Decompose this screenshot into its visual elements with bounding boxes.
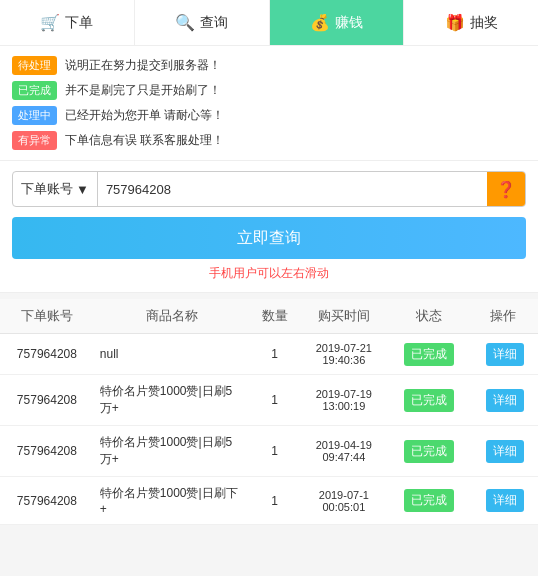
status-text: 说明正在努力提交到服务器！ xyxy=(65,57,221,74)
cell-time: 2019-07-1913:00:19 xyxy=(299,375,388,426)
cell-status: 已完成 xyxy=(388,334,469,375)
col-header: 购买时间 xyxy=(299,299,388,334)
query-button[interactable]: 立即查询 xyxy=(12,217,526,259)
tab-lottery[interactable]: 🎁抽奖 xyxy=(404,0,538,45)
lottery-icon: 🎁 xyxy=(445,13,465,32)
cell-action: 详细 xyxy=(469,375,538,426)
tab-order[interactable]: 🛒下单 xyxy=(0,0,135,45)
status-badge: 已完成 xyxy=(12,81,57,100)
tab-label-lottery: 抽奖 xyxy=(470,14,498,32)
cell-qty: 1 xyxy=(250,334,299,375)
tab-query[interactable]: 🔍查询 xyxy=(135,0,270,45)
col-header: 下单账号 xyxy=(0,299,94,334)
header-row: 下单账号商品名称数量购买时间状态操作 xyxy=(0,299,538,334)
question-icon: ❓ xyxy=(496,180,516,199)
cell-status: 已完成 xyxy=(388,426,469,477)
detail-button[interactable]: 详细 xyxy=(486,440,524,463)
cell-time: 2019-07-2119:40:36 xyxy=(299,334,388,375)
tab-label-earn: 赚钱 xyxy=(335,14,363,32)
status-badge: 有异常 xyxy=(12,131,57,150)
status-item: 处理中 已经开始为您开单 请耐心等！ xyxy=(12,106,526,125)
status-badge: 待处理 xyxy=(12,56,57,75)
col-header: 商品名称 xyxy=(94,299,250,334)
detail-button[interactable]: 详细 xyxy=(486,389,524,412)
status-done-button[interactable]: 已完成 xyxy=(404,489,454,512)
cell-product: 特价名片赞1000赞|日刷下+ xyxy=(94,477,250,525)
status-done-button[interactable]: 已完成 xyxy=(404,389,454,412)
cell-qty: 1 xyxy=(250,426,299,477)
col-header: 操作 xyxy=(469,299,538,334)
detail-button[interactable]: 详细 xyxy=(486,489,524,512)
cell-product: 特价名片赞1000赞|日刷5万+ xyxy=(94,375,250,426)
status-badge: 处理中 xyxy=(12,106,57,125)
table-row: 757964208 特价名片赞1000赞|日刷5万+ 1 2019-04-190… xyxy=(0,426,538,477)
top-nav: 🛒下单🔍查询💰赚钱🎁抽奖 xyxy=(0,0,538,46)
cell-status: 已完成 xyxy=(388,375,469,426)
col-header: 状态 xyxy=(388,299,469,334)
status-section: 待处理 说明正在努力提交到服务器！ 已完成 并不是刷完了只是开始刷了！ 处理中 … xyxy=(0,46,538,161)
status-done-button[interactable]: 已完成 xyxy=(404,343,454,366)
table-section: 下单账号商品名称数量购买时间状态操作 757964208 null 1 2019… xyxy=(0,299,538,525)
cell-status: 已完成 xyxy=(388,477,469,525)
status-text: 并不是刷完了只是开始刷了！ xyxy=(65,82,221,99)
tab-label-query: 查询 xyxy=(200,14,228,32)
cell-time: 2019-04-1909:47:44 xyxy=(299,426,388,477)
table-row: 757964208 特价名片赞1000赞|日刷下+ 1 2019-07-100:… xyxy=(0,477,538,525)
search-row: 下单账号 ▼ ❓ xyxy=(12,171,526,207)
search-help-button[interactable]: ❓ xyxy=(487,172,525,206)
cell-action: 详细 xyxy=(469,426,538,477)
status-done-button[interactable]: 已完成 xyxy=(404,440,454,463)
search-type-selector[interactable]: 下单账号 ▼ xyxy=(13,172,98,206)
status-text: 下单信息有误 联系客服处理！ xyxy=(65,132,224,149)
order-icon: 🛒 xyxy=(40,13,60,32)
cell-account: 757964208 xyxy=(0,477,94,525)
status-item: 有异常 下单信息有误 联系客服处理！ xyxy=(12,131,526,150)
table-header: 下单账号商品名称数量购买时间状态操作 xyxy=(0,299,538,334)
chevron-down-icon: ▼ xyxy=(76,182,89,197)
table-row: 757964208 特价名片赞1000赞|日刷5万+ 1 2019-07-191… xyxy=(0,375,538,426)
cell-account: 757964208 xyxy=(0,375,94,426)
cell-qty: 1 xyxy=(250,375,299,426)
search-type-label: 下单账号 xyxy=(21,180,73,198)
table-row: 757964208 null 1 2019-07-2119:40:36 已完成 … xyxy=(0,334,538,375)
cell-action: 详细 xyxy=(469,334,538,375)
status-item: 待处理 说明正在努力提交到服务器！ xyxy=(12,56,526,75)
status-text: 已经开始为您开单 请耐心等！ xyxy=(65,107,224,124)
query-icon: 🔍 xyxy=(175,13,195,32)
cell-time: 2019-07-100:05:01 xyxy=(299,477,388,525)
table-body: 757964208 null 1 2019-07-2119:40:36 已完成 … xyxy=(0,334,538,525)
detail-button[interactable]: 详细 xyxy=(486,343,524,366)
status-item: 已完成 并不是刷完了只是开始刷了！ xyxy=(12,81,526,100)
earn-icon: 💰 xyxy=(310,13,330,32)
col-header: 数量 xyxy=(250,299,299,334)
cell-account: 757964208 xyxy=(0,426,94,477)
cell-action: 详细 xyxy=(469,477,538,525)
cell-product: 特价名片赞1000赞|日刷5万+ xyxy=(94,426,250,477)
tab-label-order: 下单 xyxy=(65,14,93,32)
tab-earn[interactable]: 💰赚钱 xyxy=(270,0,405,45)
cell-qty: 1 xyxy=(250,477,299,525)
mobile-hint: 手机用户可以左右滑动 xyxy=(12,265,526,282)
cell-account: 757964208 xyxy=(0,334,94,375)
cell-product: null xyxy=(94,334,250,375)
orders-table: 下单账号商品名称数量购买时间状态操作 757964208 null 1 2019… xyxy=(0,299,538,525)
search-input[interactable] xyxy=(98,182,487,197)
search-section: 下单账号 ▼ ❓ 立即查询 手机用户可以左右滑动 xyxy=(0,161,538,293)
